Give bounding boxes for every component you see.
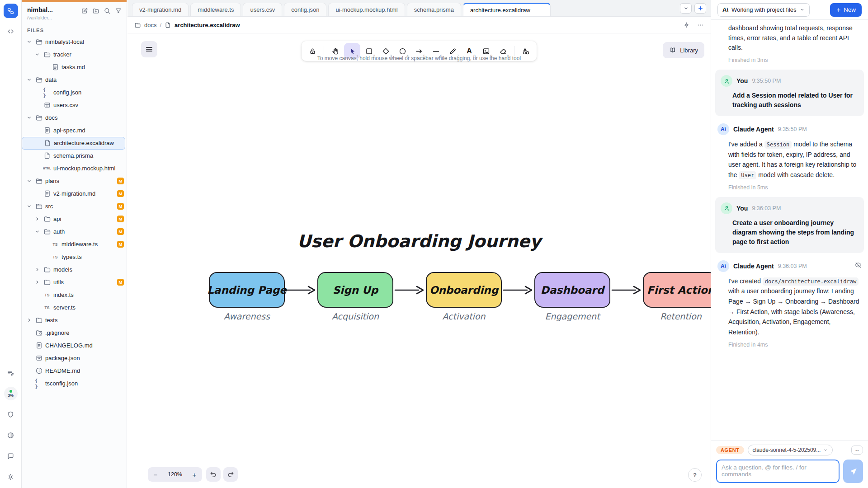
tree-item-schema-prisma[interactable]: schema.prisma <box>22 150 127 162</box>
html-icon: HTML <box>43 164 51 173</box>
diagram-stage-label[interactable]: Retention <box>643 311 711 321</box>
diagram-stage-label[interactable]: Engagement <box>534 311 610 321</box>
more-options-icon[interactable] <box>697 22 704 28</box>
diagram-node-first-action[interactable]: First Action <box>643 272 711 308</box>
diagram-node-onboarding[interactable]: Onboarding <box>426 272 502 308</box>
zoom-out-button[interactable]: − <box>148 471 163 479</box>
logs-button[interactable] <box>4 366 18 380</box>
git-modified-badge: M <box>117 228 124 235</box>
tree-item-users-csv[interactable]: users.csv <box>22 99 127 112</box>
tree-item-gitignore[interactable]: .gitignore <box>22 327 127 339</box>
tree-item-api[interactable]: apiM <box>22 213 127 225</box>
breadcrumb-folder[interactable]: docs <box>144 22 156 28</box>
tab-middleware-ts[interactable]: middleware.ts <box>190 3 241 16</box>
tree-item-nimbalyst-local[interactable]: nimbalyst-local <box>22 36 127 48</box>
folder-icon <box>35 76 43 84</box>
tree-item-docs[interactable]: docs <box>22 112 127 124</box>
cursor-icon <box>348 47 357 56</box>
canvas-hint: To move canvas, hold mouse wheel or spac… <box>127 55 711 61</box>
tree-item-ui-mockup[interactable]: HTMLui-mockup.mockup.html <box>22 162 127 175</box>
search-files-button[interactable] <box>104 7 111 16</box>
new-tab-button[interactable] <box>694 3 706 14</box>
diagram-stage-label[interactable]: Activation <box>426 311 502 321</box>
agent-mode-selector[interactable]: A\ Working with project files <box>717 3 810 17</box>
redo-button[interactable] <box>223 467 238 482</box>
undo-button[interactable] <box>206 467 221 482</box>
chevron-down-icon <box>26 77 32 83</box>
tree-item-utils[interactable]: utilsM <box>22 276 127 289</box>
zoom-level[interactable]: 120% <box>163 471 187 478</box>
code-view-button[interactable] <box>4 24 18 38</box>
tab-users-csv[interactable]: users.csv <box>243 3 282 16</box>
composer-more-button[interactable]: -- <box>851 446 863 455</box>
help-button[interactable]: ? <box>688 468 702 482</box>
user-message: You 9:35:50 PM Add a Session model relat… <box>715 70 864 116</box>
chat-composer: AGENT claude-sonnet-4-5-202509... -- <box>711 440 868 488</box>
chat-messages[interactable]: dashboard showing total requests, respon… <box>711 20 868 440</box>
tree-item-models[interactable]: models <box>22 263 127 276</box>
search-icon <box>104 7 111 14</box>
tab-architecture-excalidraw[interactable]: architecture.excalidraw <box>463 3 551 16</box>
diagram-node-dashboard[interactable]: Dashboard <box>534 272 610 308</box>
security-button[interactable] <box>4 408 18 421</box>
chat-input[interactable] <box>716 460 840 483</box>
tree-item-server-ts[interactable]: TSserver.ts <box>22 301 127 314</box>
tab-v2-migration-md[interactable]: v2-migration.md <box>132 3 189 16</box>
tree-item-architecture-excalidraw[interactable]: architecture.excalidraw <box>22 137 125 150</box>
diagram-node-sign-up[interactable]: Sign Up <box>317 272 393 308</box>
tree-item-types-ts[interactable]: TStypes.ts <box>22 251 127 263</box>
diagram-arrow[interactable] <box>286 285 316 295</box>
tree-item-readme-md[interactable]: README.md <box>22 365 127 377</box>
folder-icon <box>43 51 51 58</box>
tree-item-tsconfig-json[interactable]: { }tsconfig.json <box>22 377 127 390</box>
tree-item-index-ts[interactable]: TSindex.ts <box>22 289 127 301</box>
tree-item-middleware-ts[interactable]: TSmiddleware.tsM <box>22 238 127 251</box>
tab-config-json[interactable]: config.json <box>284 3 326 16</box>
tree-item-tracker[interactable]: tracker <box>22 48 127 61</box>
tab-schema-prisma[interactable]: schema.prisma <box>407 3 461 16</box>
excalidraw-canvas[interactable]: 1 2 3 4 5 6 7 A8 9 0 Library To move can… <box>127 34 711 488</box>
zap-icon[interactable] <box>683 22 690 28</box>
eraser-icon <box>499 47 507 56</box>
new-chat-button[interactable]: New <box>830 3 862 17</box>
tree-item-changelog-md[interactable]: CHANGELOG.md <box>22 339 127 352</box>
breadcrumb-file[interactable]: architecture.excalidraw <box>175 22 240 28</box>
diagram-arrow[interactable] <box>394 285 425 295</box>
diagram-stage-label[interactable]: Acquisition <box>317 311 393 321</box>
theme-button[interactable] <box>4 428 18 442</box>
tree-item-tasks-md[interactable]: tasks.md <box>22 61 127 74</box>
tree-item-plans[interactable]: plansM <box>22 175 127 188</box>
diagram-node-landing-page[interactable]: Landing Page <box>209 272 285 308</box>
folder-gear-icon <box>35 329 43 337</box>
diagram-stage-label[interactable]: Awareness <box>209 311 285 321</box>
tab-list-button[interactable] <box>680 3 692 14</box>
settings-button[interactable] <box>4 470 18 483</box>
tree-item-tests[interactable]: tests <box>22 314 127 327</box>
zoom-in-button[interactable]: + <box>187 471 202 479</box>
tree-item-src[interactable]: srcM <box>22 200 127 213</box>
chevron-down-icon <box>26 115 32 121</box>
feedback-button[interactable] <box>4 449 18 463</box>
timestamp: 9:36:03 PM <box>752 205 781 211</box>
diagram-arrow[interactable] <box>503 285 533 295</box>
model-selector[interactable]: claude-sonnet-4-5-202509... <box>748 445 833 455</box>
code-icon <box>7 28 14 35</box>
send-button[interactable] <box>843 460 863 483</box>
app-rail: 3% <box>0 0 22 488</box>
tree-item-api-spec-md[interactable]: api-spec.md <box>22 124 127 137</box>
tree-item-v2-migration-md[interactable]: v2-migration.mdM <box>22 188 127 200</box>
diagram-title[interactable]: User Onboarding Journey <box>297 231 541 251</box>
usage-gauge[interactable]: 3% <box>4 387 18 400</box>
hide-message-button[interactable] <box>855 262 862 270</box>
message-status: Finished in 3ms <box>728 57 862 63</box>
app-logo[interactable] <box>4 4 18 18</box>
diagram-arrow[interactable] <box>611 285 642 295</box>
tab-ui-mockup[interactable]: ui-mockup.mockup.html <box>328 3 405 16</box>
tree-item-config-json[interactable]: { }config.json <box>22 86 127 99</box>
tree-item-data[interactable]: data <box>22 74 127 86</box>
filter-files-button[interactable] <box>115 7 122 16</box>
tree-item-package-json[interactable]: package.json <box>22 352 127 365</box>
new-file-button[interactable] <box>81 7 88 16</box>
tree-item-auth[interactable]: authM <box>22 225 127 238</box>
new-folder-button[interactable] <box>92 7 99 16</box>
